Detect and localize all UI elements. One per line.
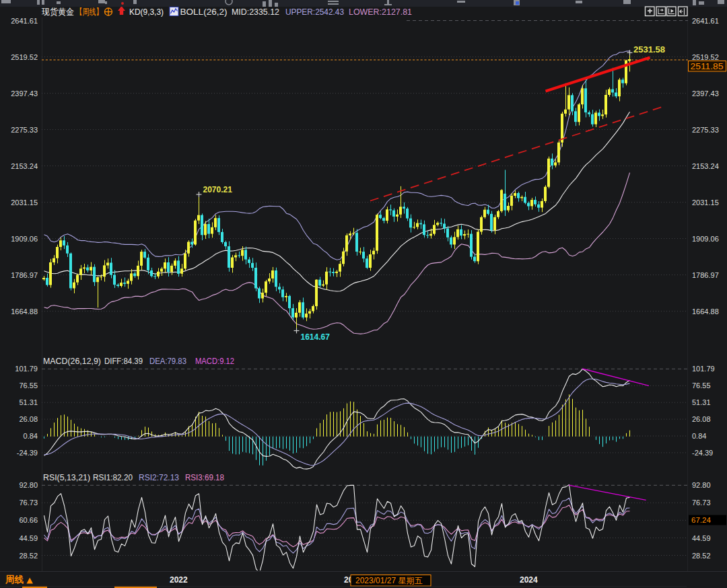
svg-text:1909.06: 1909.06 xyxy=(692,235,719,243)
svg-text:周线: 周线 xyxy=(5,575,24,585)
svg-text:76.73: 76.73 xyxy=(692,499,711,507)
svg-text:1614.67: 1614.67 xyxy=(301,332,331,342)
svg-text:MACD(26,12,9): MACD(26,12,9) xyxy=(43,357,101,366)
svg-text:2511.85: 2511.85 xyxy=(691,62,724,71)
svg-text:2275.33: 2275.33 xyxy=(11,126,38,134)
svg-text:101.79: 101.79 xyxy=(15,365,38,373)
svg-text:LOWER:2127.81: LOWER:2127.81 xyxy=(349,7,412,17)
svg-text:DIFF:84.39: DIFF:84.39 xyxy=(104,357,143,366)
svg-text:2070.21: 2070.21 xyxy=(203,185,233,194)
svg-text:2022: 2022 xyxy=(170,575,188,585)
svg-text:28.52: 28.52 xyxy=(19,552,38,560)
svg-text:60.66: 60.66 xyxy=(19,516,38,524)
svg-text:2031.15: 2031.15 xyxy=(11,198,38,207)
svg-text:76.55: 76.55 xyxy=(692,381,711,390)
svg-text:2031.15: 2031.15 xyxy=(692,198,719,207)
svg-text:MID:2335.12: MID:2335.12 xyxy=(232,7,279,17)
svg-text:2531.58: 2531.58 xyxy=(633,44,665,54)
svg-text:RSI2:72.13: RSI2:72.13 xyxy=(139,473,179,482)
svg-text:1786.97: 1786.97 xyxy=(11,271,38,279)
svg-text:76.55: 76.55 xyxy=(19,381,38,390)
svg-text:92.80: 92.80 xyxy=(692,481,711,489)
svg-text:MACD:9.12: MACD:9.12 xyxy=(195,357,234,366)
svg-text:UPPER:2542.43: UPPER:2542.43 xyxy=(285,7,344,17)
svg-text:1664.88: 1664.88 xyxy=(11,307,38,316)
svg-text:2153.24: 2153.24 xyxy=(11,162,38,170)
svg-text:1664.88: 1664.88 xyxy=(692,307,719,316)
svg-text:101.79: 101.79 xyxy=(692,365,715,373)
svg-text:2641.61: 2641.61 xyxy=(11,17,38,25)
svg-text:-24.39: -24.39 xyxy=(17,449,38,457)
svg-text:76.73: 76.73 xyxy=(19,499,38,507)
svg-text:现货黄金: 现货黄金 xyxy=(41,7,74,17)
svg-text:26.08: 26.08 xyxy=(692,415,711,423)
svg-text:0.84: 0.84 xyxy=(24,432,38,440)
svg-text:28.52: 28.52 xyxy=(692,552,711,560)
svg-text:51.31: 51.31 xyxy=(19,398,38,406)
svg-text:2397.43: 2397.43 xyxy=(11,89,38,98)
svg-text:0.84: 0.84 xyxy=(692,432,706,440)
svg-text:92.80: 92.80 xyxy=(19,481,38,489)
svg-text:2641.61: 2641.61 xyxy=(692,17,719,25)
svg-text:DEA:79.83: DEA:79.83 xyxy=(149,357,186,366)
svg-text:67.24: 67.24 xyxy=(691,516,711,524)
svg-text:2153.24: 2153.24 xyxy=(692,162,719,170)
svg-text:2519.52: 2519.52 xyxy=(692,53,719,61)
svg-text:2275.33: 2275.33 xyxy=(692,126,719,134)
svg-text:2023/01/27 星期五: 2023/01/27 星期五 xyxy=(355,576,422,585)
svg-text:51.31: 51.31 xyxy=(692,398,711,406)
svg-text:1909.06: 1909.06 xyxy=(11,235,38,243)
svg-text:KD(9,3,3): KD(9,3,3) xyxy=(129,7,164,17)
svg-text:2519.52: 2519.52 xyxy=(11,53,38,61)
svg-text:1786.97: 1786.97 xyxy=(692,271,719,279)
svg-text:44.59: 44.59 xyxy=(19,534,38,542)
svg-text:RSI(5,13,21): RSI(5,13,21) xyxy=(43,473,90,482)
svg-text:44.59: 44.59 xyxy=(692,534,711,542)
svg-text:RSI3:69.18: RSI3:69.18 xyxy=(185,473,224,482)
svg-text:【周线】: 【周线】 xyxy=(76,7,103,17)
svg-text:RSI1:82.20: RSI1:82.20 xyxy=(93,473,133,482)
svg-text:2397.43: 2397.43 xyxy=(692,89,719,98)
svg-text:26.08: 26.08 xyxy=(19,415,38,423)
svg-text:2024: 2024 xyxy=(520,575,538,585)
svg-text:-24.39: -24.39 xyxy=(692,449,713,457)
svg-text:BOLL(26,2): BOLL(26,2) xyxy=(180,7,228,17)
